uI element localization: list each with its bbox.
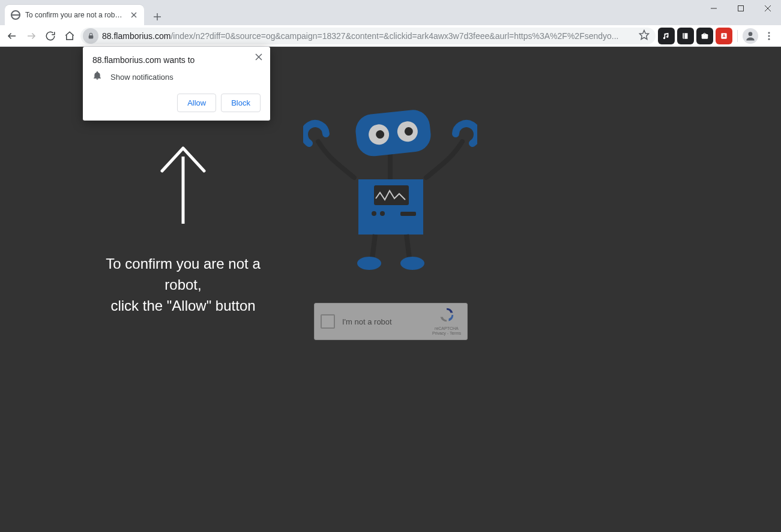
lock-icon[interactable] [83, 28, 98, 44]
address-bar[interactable]: 88.flamborius.com/index/n2?diff=0&source… [80, 28, 656, 44]
back-button[interactable] [4, 28, 20, 44]
arrow-up-icon [156, 146, 210, 224]
profile-avatar[interactable] [743, 28, 758, 44]
globe-icon [11, 10, 20, 20]
recaptcha-label: I'm not a robot [342, 317, 432, 326]
extension-wallet-icon[interactable] [696, 28, 713, 44]
robot-illustration [303, 109, 477, 273]
kebab-menu-button[interactable] [761, 28, 777, 44]
svg-point-35 [400, 257, 424, 270]
tab-title: To confirm you are not a robot, c [25, 11, 124, 19]
tab-strip: To confirm you are not a robot, c [5, 5, 697, 25]
reload-button[interactable] [42, 28, 59, 44]
window-maximize-button[interactable] [727, 0, 754, 17]
notification-permission-prompt: 88.flamborius.com wants to Show notifica… [83, 47, 270, 121]
toolbar-divider [737, 30, 738, 42]
block-button[interactable]: Block [221, 94, 261, 112]
forward-button[interactable] [23, 28, 40, 44]
instruction-text: To confirm you are not a robot, click th… [87, 254, 279, 316]
svg-point-29 [372, 211, 376, 216]
window-minimize-button[interactable] [700, 0, 727, 17]
url-text: 88.flamborius.com/index/n2?diff=0&source… [102, 31, 635, 41]
svg-point-18 [768, 35, 770, 37]
instruction-block: To confirm you are not a robot, click th… [87, 146, 279, 316]
allow-button[interactable]: Allow [177, 94, 216, 112]
svg-marker-11 [640, 30, 649, 39]
prompt-close-button[interactable] [252, 50, 265, 64]
svg-point-17 [768, 32, 770, 34]
prompt-permission-text: Show notifications [110, 73, 173, 82]
bell-icon [92, 71, 102, 83]
recaptcha-logo-icon [438, 306, 455, 323]
home-button[interactable] [61, 28, 78, 44]
browser-toolbar: 88.flamborius.com/index/n2?diff=0&source… [0, 25, 781, 47]
extension-adblock-icon[interactable]: A [716, 28, 732, 44]
recaptcha-checkbox[interactable] [321, 314, 335, 329]
bookmark-star-icon[interactable] [639, 29, 650, 43]
new-tab-button[interactable] [149, 8, 166, 25]
svg-line-33 [406, 235, 409, 259]
svg-rect-1 [738, 6, 743, 11]
recaptcha-widget[interactable]: I'm not a robot reCAPTCHA Privacy - Term… [314, 303, 468, 340]
extension-music-icon[interactable] [658, 28, 675, 44]
prompt-title: 88.flamborius.com wants to [92, 55, 261, 65]
svg-point-16 [749, 32, 753, 36]
svg-rect-22 [354, 109, 433, 158]
svg-rect-10 [88, 35, 93, 38]
svg-rect-31 [400, 212, 416, 216]
svg-point-34 [357, 257, 381, 270]
tab-close-button[interactable] [128, 10, 139, 20]
svg-text:A: A [723, 34, 726, 38]
recaptcha-branding: reCAPTCHA Privacy - Terms [432, 306, 461, 336]
svg-line-32 [372, 235, 375, 259]
svg-point-30 [380, 211, 385, 216]
svg-point-19 [768, 38, 770, 40]
window-close-button[interactable] [754, 0, 781, 17]
svg-rect-28 [374, 185, 409, 205]
browser-tab[interactable]: To confirm you are not a robot, c [5, 5, 144, 25]
extension-book-icon[interactable] [677, 28, 694, 44]
